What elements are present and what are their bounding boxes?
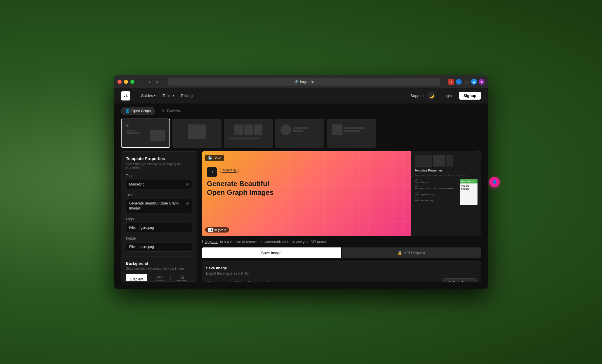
bg-tabs: Gradient Solid Color 🖼 Image	[126, 274, 192, 282]
tag-field-group: Tag Marketing ⊞	[126, 174, 192, 189]
navigation: .i Guides ▾ Tools ▾ Pricing Support 🌙 Lo…	[114, 88, 488, 103]
template-thumb-1[interactable]	[121, 119, 170, 148]
logo-field-group: Logo File: imgsrc.png	[126, 217, 192, 232]
url-text: imgsrc.io	[300, 80, 314, 84]
theme-toggle[interactable]: 🌙	[427, 92, 435, 100]
globe-icon: 🌐	[125, 109, 130, 113]
minimize-button[interactable]	[124, 80, 128, 84]
thumb-line	[344, 127, 365, 129]
preview-field-2: Logo File: supabase.svg	[415, 191, 458, 196]
thumb-box	[244, 124, 253, 135]
preview-mini-browser	[415, 155, 478, 167]
bg-tab-solid[interactable]: Solid Color	[148, 274, 171, 282]
api-request-button[interactable]: 🔒 API Request	[342, 247, 481, 258]
nav-support[interactable]: Support	[411, 93, 424, 98]
content-area: Template Properties Customize your image…	[114, 151, 488, 289]
reload-button[interactable]: ↺	[154, 79, 160, 85]
adjust-icon: ⊞	[186, 183, 189, 186]
title-field-group: Title Generate Beautiful Open Graph Imag…	[126, 193, 192, 213]
lock-icon: 🔗	[294, 80, 298, 84]
preview-area: 💾 Save .i Marketing Generate Beautiful O…	[202, 151, 481, 282]
bg-tab-image[interactable]: 🖼 Image	[172, 274, 192, 282]
preview-field-1: Title The Open Source Firebase Alternati…	[415, 185, 458, 190]
panel-title: Template Properties	[126, 156, 192, 161]
save-image-bottom-button[interactable]: ⬇ Save Image	[443, 278, 477, 282]
preview-tag: Marketing	[220, 168, 239, 173]
template-thumb-3[interactable]	[224, 119, 273, 148]
info-icon-small: ℹ	[206, 280, 207, 282]
save-learn: ℹ Learn more about Open Graph meta tags.	[206, 280, 275, 282]
preview-logo-area: .i	[207, 167, 217, 177]
save-section-title: Save Image	[206, 266, 477, 270]
tag-label: Tag	[126, 174, 192, 178]
thumb-line	[229, 138, 260, 139]
thumb-line	[344, 130, 360, 132]
upgrade-text: to a paid plan to remove the watermark a…	[220, 240, 327, 244]
domain-logo-icon: .i	[208, 228, 213, 232]
support-bubble[interactable]: 👤	[489, 177, 500, 187]
bg-tab-gradient[interactable]: Gradient	[126, 274, 147, 282]
address-bar[interactable]: 🔗 imgsrc.io	[168, 78, 440, 86]
bg-title: Background	[126, 261, 192, 266]
thumb-line	[293, 130, 303, 132]
save-icon: 💾	[208, 156, 212, 160]
preview-secondary-card: Open Source The OpFirebas	[460, 179, 478, 205]
template-thumb-4[interactable]	[275, 119, 324, 148]
panel-subtitle: Customize your image by changing the pro…	[126, 162, 192, 169]
tab-twitter[interactable]: 𝕏 Twitter/X	[158, 107, 185, 115]
lock-icon: 🔒	[397, 251, 402, 255]
preview-right-content: Tag Open Source Title The Open Source Fi…	[415, 179, 478, 205]
preview-right-panel: Template Properties Customize your image…	[411, 151, 481, 236]
preview-title: Generate Beautiful Open Graph Images	[207, 179, 274, 197]
info-icon: ℹ	[202, 240, 203, 244]
nav-tools[interactable]: Tools ▾	[159, 88, 177, 103]
preview-right-subtitle: Customize your image by changing the pro…	[415, 174, 478, 176]
close-button[interactable]	[117, 80, 122, 84]
preview-mini-thumb-3	[446, 155, 453, 167]
nav-signup[interactable]: Signup	[459, 92, 481, 100]
chevron-down-icon: ▾	[154, 94, 155, 97]
app-logo[interactable]: .i	[121, 91, 130, 100]
image-input[interactable]: File: imgsrc.png	[126, 242, 192, 252]
preview-domain-badge: .i imgsrc.io	[205, 227, 229, 233]
tab-open-graph[interactable]: 🌐 Open Graph	[121, 107, 155, 115]
upgrade-link[interactable]: Upgrade	[205, 240, 218, 244]
preview-right-fields: Tag Open Source Title The Open Source Fi…	[415, 179, 458, 205]
thumb-box	[188, 124, 206, 139]
nav-links: Guides ▾ Tools ▾ Pricing	[137, 88, 411, 103]
back-button[interactable]: ‹	[139, 79, 145, 85]
thumb-inner-1	[124, 122, 167, 145]
nav-login[interactable]: Login	[439, 92, 455, 100]
thumb-circle	[281, 124, 291, 135]
preview-save-button[interactable]: 💾 Save	[205, 155, 224, 161]
ext-icon-2: i	[456, 79, 462, 85]
bg-subtitle: Set a custom background for your image.	[126, 267, 192, 270]
save-image-button[interactable]: Save Image	[202, 247, 341, 258]
template-thumb-2[interactable]	[172, 119, 222, 148]
nav-pricing[interactable]: Pricing	[178, 88, 196, 103]
image-label: Image	[126, 236, 192, 240]
logo-label: Logo	[126, 217, 192, 221]
forward-button[interactable]: ›	[147, 79, 153, 85]
learn-more-link[interactable]: Learn more	[209, 280, 227, 282]
tag-input[interactable]: Marketing ⊞	[126, 180, 192, 189]
preview-right-panel-title: Template Properties	[415, 169, 478, 172]
ext-icon-3	[463, 79, 469, 85]
chevron-down-icon: ▾	[173, 94, 174, 97]
extensions-bar: x i ☁ ◉	[448, 79, 485, 85]
thumb-dot	[126, 124, 129, 127]
nav-guides[interactable]: Guides ▾	[137, 88, 159, 103]
logo-input[interactable]: File: imgsrc.png	[126, 223, 192, 232]
download-icon: ⬇	[448, 280, 451, 282]
templates-row	[114, 119, 488, 151]
preview-mini-thumb-2	[433, 155, 445, 167]
properties-panel: Template Properties Customize your image…	[121, 151, 197, 282]
ext-icon-4: ☁	[471, 79, 477, 85]
adjust-icon: ⊞	[186, 202, 189, 205]
title-input[interactable]: Generate Beautiful Open Graph Images ⊞	[126, 199, 192, 213]
preview-mini-thumb	[415, 155, 432, 167]
image-preview: 💾 Save .i Marketing Generate Beautiful O…	[202, 151, 481, 236]
template-thumb-5[interactable]	[327, 119, 376, 148]
thumb-line	[293, 127, 309, 129]
maximize-button[interactable]	[130, 80, 134, 84]
